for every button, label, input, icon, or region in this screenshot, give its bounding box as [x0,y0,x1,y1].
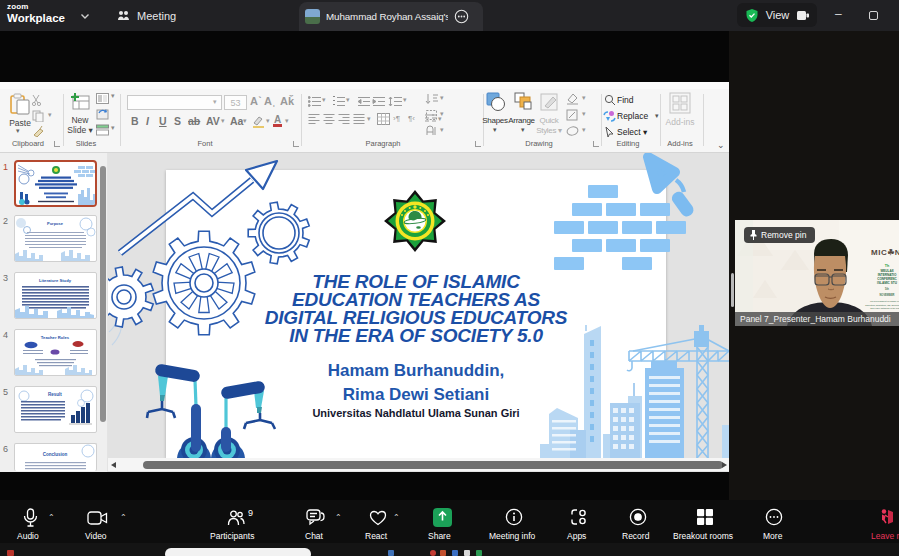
svg-text:MIC☘N: MIC☘N [871,248,899,257]
svg-text:The Development of Islamic Rel: The Development of Islamic Rel [870,300,899,302]
svg-text:NOVEMBER: NOVEMBER [880,293,895,297]
svg-text:ISLAMIC STU: ISLAMIC STU [877,281,898,285]
svg-text:5th: 5th [885,287,889,291]
svg-text:Th: Th [885,264,889,268]
svg-text:and Peace Establish in the Dig: and Peace Establish in the Digi [870,307,899,309]
